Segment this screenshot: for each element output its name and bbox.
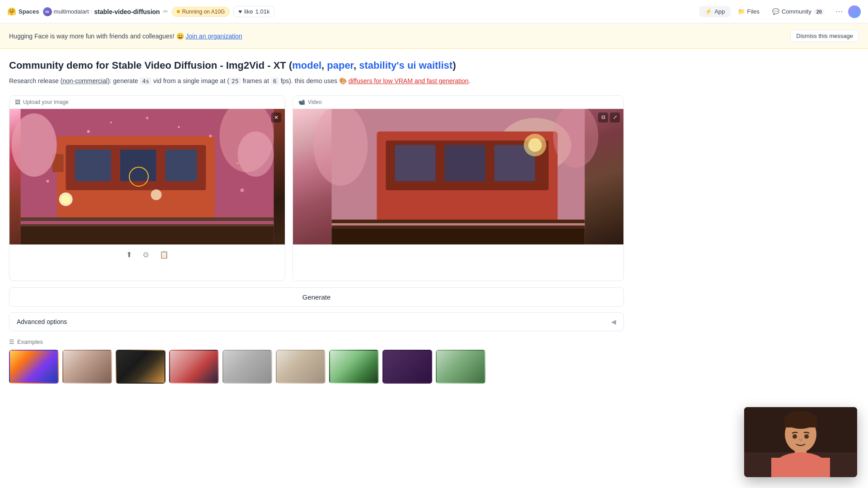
example-thumb-8[interactable] [382, 350, 432, 384]
page-subtitle: Research release (non-commercial): gener… [9, 76, 624, 86]
spaces-icon: 🤗 [7, 7, 16, 16]
video-panel-label: 📹 Video [293, 96, 623, 109]
waitlist-link[interactable]: stability's ui waitlist [359, 60, 453, 71]
svg-rect-27 [377, 131, 558, 222]
duration-code: 4s [140, 77, 151, 85]
example-thumb-4[interactable] [169, 350, 219, 384]
files-nav-button[interactable]: 📁 Files [732, 6, 765, 17]
svg-rect-31 [495, 145, 535, 181]
community-count: 20 [814, 9, 825, 15]
svg-point-18 [178, 126, 180, 128]
svg-point-20 [237, 162, 239, 164]
examples-grid [9, 350, 624, 384]
examples-section: ☰ Examples [9, 338, 624, 384]
edit-icon[interactable]: ✏ [163, 8, 168, 15]
video-label-icon: 📹 [298, 99, 305, 105]
paper-link[interactable]: paper [327, 60, 354, 71]
svg-point-7 [59, 192, 73, 206]
upload-panel: 🖼 Upload your image [9, 95, 285, 281]
svg-rect-23 [21, 226, 274, 244]
chevron-left-icon: ◀ [611, 318, 616, 325]
svg-point-8 [61, 195, 71, 204]
svg-rect-3 [75, 150, 111, 181]
upload-panel-label: 🖼 Upload your image [9, 96, 285, 109]
example-thumb-6[interactable] [276, 350, 326, 384]
non-commercial-text: non-commercial [62, 77, 108, 84]
generate-button[interactable]: Generate [9, 287, 624, 307]
svg-point-37 [553, 109, 599, 168]
svg-rect-34 [332, 220, 585, 223]
community-label: Community [782, 8, 811, 15]
svg-point-19 [209, 135, 212, 137]
spaces-label: Spaces [19, 8, 39, 15]
examples-label: Examples [17, 338, 43, 345]
files-icon: 📁 [738, 8, 745, 15]
video-minimize-button[interactable]: ⊟ [598, 113, 608, 122]
banner-text: Hugging Face is way more fun with friend… [9, 33, 242, 40]
video-panel-footer [293, 244, 623, 281]
community-nav-button[interactable]: 💬 Community 20 [767, 6, 830, 17]
user-avatar[interactable]: m [43, 7, 52, 16]
spaces-badge[interactable]: 🤗 Spaces [7, 7, 39, 16]
svg-point-17 [146, 117, 149, 119]
banner-message: Hugging Face is way more fun with friend… [9, 33, 184, 40]
title-prefix: Community demo for Stable Video Diffusio… [9, 60, 292, 71]
username[interactable]: multimodalart [54, 8, 89, 15]
model-link[interactable]: model [292, 60, 321, 71]
diffusers-link[interactable]: diffusers for low VRAM and fast generati… [349, 77, 469, 84]
example-thumb-1[interactable] [9, 350, 59, 384]
svg-point-9 [151, 189, 162, 200]
example-thumb-7[interactable] [329, 350, 379, 384]
advanced-options-label: Advanced options [17, 318, 67, 325]
app-label: App [714, 8, 725, 15]
webcam-icon[interactable]: ⊙ [141, 249, 151, 261]
breadcrumb-sep: / [91, 8, 93, 15]
examples-list-icon: ☰ [9, 338, 14, 345]
svg-rect-30 [445, 145, 486, 181]
upload-image-container[interactable]: ✕ [9, 109, 285, 244]
svg-point-14 [238, 131, 274, 177]
svg-rect-10 [21, 217, 274, 221]
svg-rect-28 [386, 141, 549, 190]
example-thumb-9[interactable] [436, 350, 486, 384]
svg-rect-24 [332, 109, 585, 244]
svg-point-26 [517, 131, 553, 159]
like-button[interactable]: ♥ like 1.01k [233, 6, 274, 17]
svg-point-13 [220, 109, 274, 172]
example-thumb-2[interactable] [62, 350, 112, 384]
breadcrumb: m multimodalart / stable-video-diffusion… [43, 7, 168, 16]
examples-header: ☰ Examples [9, 338, 624, 345]
more-options-button[interactable]: ⋯ [832, 5, 846, 18]
community-icon: 💬 [772, 8, 779, 15]
upload-icon[interactable]: ⬆ [124, 249, 134, 261]
user-avatar-button[interactable] [848, 5, 861, 18]
nav-left: 🤗 Spaces m multimodalart / stable-video-… [7, 6, 692, 17]
video-panel: 📹 Video [292, 95, 624, 281]
running-badge: Running on A10G [172, 7, 230, 17]
top-navbar: 🤗 Spaces m multimodalart / stable-video-… [0, 0, 868, 23]
close-upload-button[interactable]: ✕ [271, 113, 281, 122]
advanced-options-toggle[interactable]: Advanced options ◀ [9, 312, 624, 331]
main-content: Community demo for Stable Video Diffusio… [0, 49, 633, 394]
example-thumb-3[interactable] [116, 350, 165, 384]
running-label: Running on A10G [182, 9, 225, 15]
heart-icon: ♥ [238, 8, 242, 15]
svg-rect-38 [332, 229, 585, 244]
svg-point-33 [528, 138, 542, 152]
repo-name[interactable]: stable-video-diffusion [94, 8, 160, 15]
example-thumb-5[interactable] [222, 350, 272, 384]
running-dot [177, 10, 180, 13]
svg-point-12 [12, 113, 57, 177]
like-count: 1.01k [255, 8, 270, 15]
svg-point-16 [110, 122, 112, 123]
svg-rect-35 [332, 225, 585, 229]
video-label-text: Video [308, 99, 321, 105]
frames-code: 25 [229, 77, 241, 85]
video-output-container: ⊟ ⤢ [293, 109, 623, 244]
video-expand-button[interactable]: ⤢ [610, 113, 620, 122]
app-nav-button[interactable]: ⚡ App [699, 6, 730, 17]
clipboard-icon[interactable]: 📋 [158, 249, 170, 261]
svg-point-22 [241, 188, 244, 192]
join-org-link[interactable]: Join an organization [186, 33, 242, 40]
dismiss-button[interactable]: Dismiss this message [790, 30, 859, 42]
